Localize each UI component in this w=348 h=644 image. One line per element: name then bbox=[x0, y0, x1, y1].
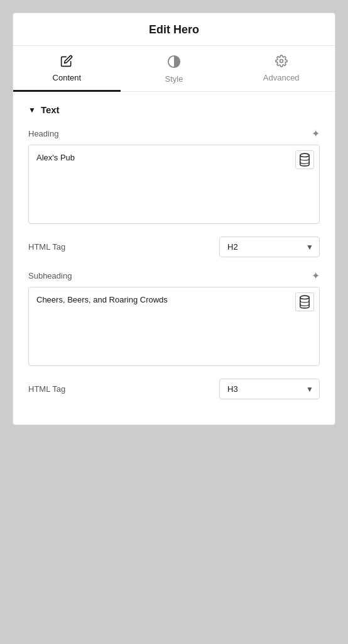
subheading-tag-select[interactable]: H1 H2 H3 H4 H5 H6 p div span bbox=[219, 379, 320, 399]
cylinder-icon-2 bbox=[299, 295, 310, 309]
subheading-ai-icon[interactable]: ✦ bbox=[312, 270, 320, 282]
tab-content[interactable]: Content bbox=[13, 46, 121, 91]
heading-tag-label: HTML Tag bbox=[28, 242, 65, 252]
pencil-icon bbox=[60, 55, 73, 69]
subheading-field-group: Subheading ✦ bbox=[28, 270, 320, 366]
section-arrow-icon: ▼ bbox=[28, 106, 36, 114]
tab-style[interactable]: Style bbox=[121, 46, 228, 91]
edit-hero-panel: Edit Hero Content Style bbox=[13, 13, 335, 425]
tab-advanced-label: Advanced bbox=[263, 73, 300, 82]
subheading-textarea[interactable] bbox=[29, 287, 319, 363]
subheading-label: Subheading bbox=[28, 271, 72, 280]
heading-ai-icon[interactable]: ✦ bbox=[312, 128, 320, 140]
subheading-db-button[interactable] bbox=[295, 292, 314, 311]
style-icon bbox=[167, 55, 181, 70]
heading-tag-select-wrapper: H1 H2 H3 H4 H5 H6 p div span ▼ bbox=[219, 236, 320, 257]
heading-tag-select[interactable]: H1 H2 H3 H4 H5 H6 p div span bbox=[219, 236, 320, 257]
cylinder-icon bbox=[299, 153, 310, 167]
heading-db-button[interactable] bbox=[295, 150, 314, 169]
tab-advanced[interactable]: Advanced bbox=[227, 46, 335, 91]
tabs-bar: Content Style Advanced bbox=[13, 46, 335, 92]
heading-textarea[interactable] bbox=[29, 145, 319, 221]
subheading-tag-label: HTML Tag bbox=[28, 384, 65, 394]
tab-content-label: Content bbox=[53, 73, 82, 82]
panel-title: Edit Hero bbox=[26, 23, 322, 36]
heading-label: Heading bbox=[28, 129, 58, 138]
subheading-tag-select-wrapper: H1 H2 H3 H4 H5 H6 p div span ▼ bbox=[219, 379, 320, 399]
section-title-label: Text bbox=[41, 104, 60, 115]
heading-textarea-wrapper bbox=[28, 145, 320, 224]
svg-point-3 bbox=[300, 296, 309, 299]
panel-body: ▼ Text Heading ✦ bbox=[13, 92, 335, 425]
subheading-label-row: Subheading ✦ bbox=[28, 270, 320, 282]
panel-header: Edit Hero bbox=[13, 13, 335, 46]
gear-icon bbox=[275, 55, 288, 69]
heading-tag-row: HTML Tag H1 H2 H3 H4 H5 H6 p div span ▼ bbox=[28, 236, 320, 257]
subheading-tag-row: HTML Tag H1 H2 H3 H4 H5 H6 p div span ▼ bbox=[28, 379, 320, 399]
tab-style-label: Style bbox=[165, 74, 183, 84]
section-text-title: ▼ Text bbox=[28, 104, 320, 115]
svg-point-1 bbox=[280, 60, 283, 63]
svg-point-2 bbox=[300, 153, 309, 157]
heading-label-row: Heading ✦ bbox=[28, 128, 320, 140]
heading-field-group: Heading ✦ bbox=[28, 128, 320, 224]
subheading-textarea-wrapper bbox=[28, 287, 320, 366]
